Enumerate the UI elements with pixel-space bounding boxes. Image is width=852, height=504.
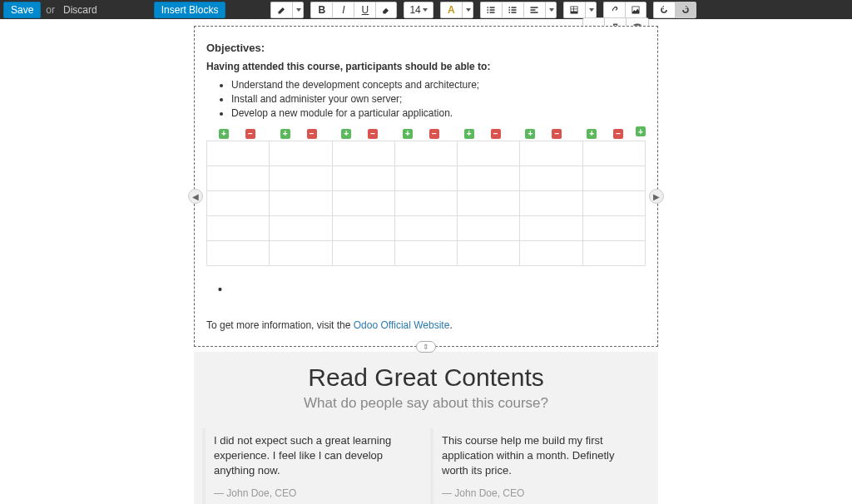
eraser-icon — [381, 5, 391, 15]
info-link[interactable]: Odoo Official Website — [354, 319, 450, 331]
quote-block: This course help me build my first appli… — [430, 428, 650, 504]
remove-col-button[interactable]: − — [552, 129, 562, 139]
fontcolor-dropdown-button[interactable] — [462, 2, 473, 18]
add-col-end-button[interactable]: + — [636, 126, 646, 136]
resize-handle[interactable]: ⇕ — [416, 341, 436, 353]
info-line: To get more information, visit the Odoo … — [206, 319, 646, 331]
link-button[interactable] — [603, 2, 625, 18]
caret-icon — [549, 8, 554, 12]
eraser-button[interactable] — [375, 2, 397, 18]
fontcolor-button[interactable]: A — [440, 2, 462, 18]
link-icon — [609, 5, 619, 15]
fontsize-value: 14 — [409, 4, 420, 16]
ul-button[interactable] — [480, 2, 502, 18]
read-section: Read Great Contents What do people say a… — [194, 352, 658, 504]
read-subtitle: What do people say about this course? — [202, 395, 650, 412]
list-item: Install and administer your own server; — [231, 93, 646, 105]
caret-icon — [423, 8, 428, 12]
bold-button[interactable]: B — [310, 2, 332, 18]
redo-icon — [681, 5, 691, 15]
add-col-button[interactable]: + — [464, 129, 474, 139]
undo-icon — [659, 5, 669, 15]
redo-button[interactable] — [675, 2, 696, 18]
image-button[interactable] — [625, 2, 646, 18]
objectives-intro: Having attended this course, participant… — [206, 61, 646, 72]
column-controls: +− +− +− +− +− +− +− — [206, 129, 636, 139]
fontsize-button[interactable]: 14 — [404, 2, 433, 18]
bullet-marker: • — [218, 283, 646, 296]
row-arrow-right[interactable]: ▶ — [649, 189, 664, 204]
ol-button[interactable] — [502, 2, 523, 18]
quote-text: I did not expect such a great learning e… — [214, 433, 414, 479]
read-title: Read Great Contents — [202, 363, 650, 392]
save-button[interactable]: Save — [3, 2, 41, 18]
or-text: or — [46, 4, 55, 16]
discard-button[interactable]: Discard — [60, 4, 101, 16]
add-col-button[interactable]: + — [525, 129, 535, 139]
remove-col-button[interactable]: − — [368, 129, 378, 139]
list-item: Develop a new module for a particular ap… — [231, 107, 646, 119]
align-button[interactable] — [523, 2, 545, 18]
list-ol-icon — [508, 5, 518, 15]
objectives-list: Understand the development concepts and … — [231, 79, 646, 119]
quote-block: I did not expect such a great learning e… — [202, 428, 422, 504]
align-icon — [529, 5, 539, 15]
remove-col-button[interactable]: − — [307, 129, 317, 139]
remove-col-button[interactable]: − — [245, 129, 255, 139]
edit-dropdown-button[interactable] — [292, 2, 304, 18]
quote-author: — John Doe, CEO — [442, 487, 641, 499]
remove-col-button[interactable]: − — [613, 129, 623, 139]
caret-icon — [466, 8, 471, 12]
row-arrow-left[interactable]: ◀ — [188, 189, 203, 204]
add-col-button[interactable]: + — [280, 129, 290, 139]
undo-button[interactable] — [653, 2, 675, 18]
add-col-button[interactable]: + — [341, 129, 351, 139]
quote-author: — John Doe, CEO — [214, 487, 414, 499]
top-toolbar: Save or Discard Insert Blocks B I U 14 A — [0, 0, 852, 19]
italic-button[interactable]: I — [332, 2, 354, 18]
underline-button[interactable]: U — [354, 2, 375, 18]
add-col-button[interactable]: + — [587, 129, 597, 139]
edit-tool-button[interactable] — [270, 2, 292, 18]
remove-col-button[interactable]: − — [429, 129, 439, 139]
insert-blocks-button[interactable]: Insert Blocks — [154, 2, 226, 18]
table-dropdown-button[interactable] — [585, 2, 597, 18]
info-suffix: . — [449, 319, 452, 331]
add-col-button[interactable]: + — [219, 129, 229, 139]
image-icon — [631, 5, 641, 15]
editable-block[interactable]: Objectives: Having attended this course,… — [194, 26, 658, 347]
table-icon — [569, 5, 579, 15]
list-item: Understand the development concepts and … — [231, 79, 646, 91]
list-ul-icon — [486, 5, 496, 15]
editable-table[interactable] — [206, 141, 646, 266]
caret-icon — [589, 8, 594, 12]
fontcolor-icon: A — [448, 4, 455, 16]
info-prefix: To get more information, visit the — [206, 319, 354, 331]
objectives-label: Objectives: — [206, 42, 646, 54]
table-button[interactable] — [563, 2, 585, 18]
pencil-icon — [277, 5, 287, 15]
caret-icon — [296, 8, 301, 12]
quote-text: This course help me build my first appli… — [442, 433, 641, 479]
add-col-button[interactable]: + — [403, 129, 413, 139]
remove-col-button[interactable]: − — [491, 129, 501, 139]
align-dropdown-button[interactable] — [545, 2, 557, 18]
